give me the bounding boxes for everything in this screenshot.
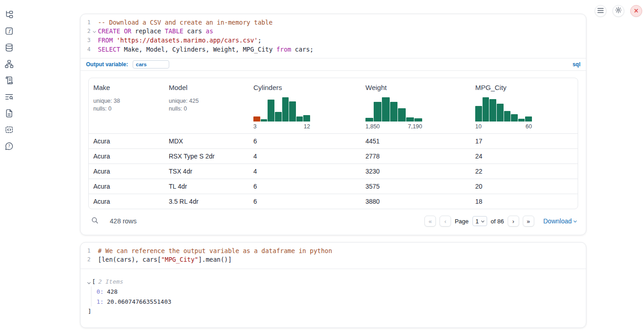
histogram-bar (489, 99, 496, 122)
code-line: 1# We can reference the output variable … (80, 246, 586, 255)
table-cell: Acura (89, 134, 164, 148)
code-line: 2CREATE OR replace TABLE cars as (80, 27, 586, 36)
table-cell: 3575 (361, 179, 471, 194)
histogram-bar (365, 118, 373, 122)
code-line: 3FROM 'https://datasets.marimo.app/cars.… (80, 36, 586, 45)
table-footer: 428 rows « ‹ Page 1 of 86 › » Download (88, 209, 578, 230)
column-stats: unique: 38nulls: 0 (93, 97, 160, 112)
prev-page-button[interactable]: ‹ (440, 216, 451, 227)
page-of-label: of 86 (491, 218, 504, 225)
histogram-bar (398, 108, 406, 122)
column-name: MPG_City (475, 84, 573, 91)
line-number: 3 (80, 37, 91, 43)
text-search-icon[interactable] (5, 92, 14, 101)
tree-entry: 0:428 (97, 286, 580, 296)
column-header-weight[interactable]: Weight1,8507,190 (361, 78, 471, 133)
fold-toggle-icon[interactable] (91, 30, 98, 32)
code-line: 1-- Download a CSV and create an in-memo… (80, 18, 586, 27)
line-number: 4 (80, 46, 91, 53)
code-line: 2[len(cars), cars["MPG_City"].mean()] (80, 255, 586, 264)
tree-entries: 0:4281:20.060747663551403 (91, 286, 580, 307)
language-badge: sql (573, 61, 580, 68)
table-row: Acura3.5 RL 4dr6388018 (89, 194, 578, 209)
histogram-bar (296, 116, 303, 122)
code-snippet-icon[interactable] (5, 125, 14, 134)
tree-collapse-toggle[interactable] (88, 278, 90, 285)
tree-root-row: [ 2 Items (88, 276, 580, 286)
sql-code-editor[interactable]: 1-- Download a CSV and create an in-memo… (80, 14, 586, 58)
histogram-bar (390, 102, 398, 122)
python-output-area: [ 2 Items 0:4281:20.060747663551403 ] (80, 269, 586, 328)
table-row: AcuraTSX 4dr4323022 (89, 164, 578, 179)
table-cell: 24 (471, 149, 578, 164)
histogram-bar (253, 116, 260, 122)
column-name: Cylinders (253, 84, 356, 91)
histogram-bar (525, 116, 532, 122)
table-cell: 6 (249, 194, 361, 209)
column-header-model[interactable]: Modelunique: 425nulls: 0 (164, 78, 249, 133)
svg-text:f: f (8, 28, 11, 34)
output-variable-input[interactable]: cars (133, 60, 169, 69)
table-cell: 4451 (361, 134, 471, 148)
first-page-button[interactable]: « (424, 216, 436, 227)
line-number: 2 (80, 28, 91, 34)
search-icon[interactable] (91, 217, 99, 226)
sidebar: f (5, 10, 15, 151)
network-icon[interactable] (5, 59, 14, 69)
table-cell: 2778 (361, 149, 471, 164)
table-cell: TSX 4dr (164, 164, 249, 179)
table-cell: 22 (471, 164, 578, 179)
histogram-axis-labels: 1060 (475, 123, 532, 130)
histogram-bar (282, 97, 289, 122)
shutdown-button[interactable]: × (630, 5, 642, 17)
histogram-axis-labels: 312 (253, 123, 310, 130)
table-cell: Acura (89, 149, 164, 164)
table-header: Makeunique: 38nulls: 0Modelunique: 425nu… (89, 78, 578, 133)
function-icon[interactable]: f (5, 26, 14, 36)
histogram-bar (374, 102, 381, 122)
pagination: « ‹ Page 1 of 86 › » Download (424, 216, 576, 227)
column-header-make[interactable]: Makeunique: 38nulls: 0 (89, 78, 164, 133)
table-row: AcuraMDX6445117 (89, 133, 578, 148)
table-row: AcuraTL 4dr6357520 (89, 179, 578, 194)
table-cell: MDX (164, 134, 249, 148)
document-icon[interactable] (5, 109, 14, 118)
download-button[interactable]: Download (543, 217, 576, 225)
file-tree-icon[interactable] (5, 10, 14, 19)
sql-cell: 1-- Download a CSV and create an in-memo… (80, 14, 586, 235)
gear-icon (615, 6, 622, 16)
line-number: 2 (80, 256, 91, 263)
histogram-bar (289, 101, 296, 122)
help-icon[interactable]: ? (5, 142, 14, 151)
table-cell: 3880 (361, 194, 471, 209)
python-code-editor[interactable]: 1# We can reference the output variable … (80, 243, 586, 269)
column-name: Make (93, 84, 160, 91)
table-row: AcuraRSX Type S 2dr4277824 (89, 148, 578, 164)
line-number: 1 (80, 19, 91, 26)
settings-button[interactable] (612, 5, 624, 17)
table-cell: Acura (89, 164, 164, 179)
next-page-button[interactable]: › (508, 216, 519, 227)
chevron-down-icon (481, 219, 484, 222)
table-cell: RSX Type S 2dr (164, 149, 249, 164)
column-stats: unique: 425nulls: 0 (169, 97, 244, 112)
close-icon: × (634, 7, 638, 15)
column-header-cylinders[interactable]: Cylinders312 (249, 78, 361, 133)
page-label: Page (455, 218, 468, 225)
page-select[interactable]: 1 (472, 216, 487, 226)
top-toolbar: × (595, 5, 642, 17)
data-table: Makeunique: 38nulls: 0Modelunique: 425nu… (88, 78, 578, 209)
column-header-mpg_city[interactable]: MPG_City1060 (471, 78, 578, 133)
sql-output-area: Makeunique: 38nulls: 0Modelunique: 425nu… (80, 70, 586, 235)
scroll-icon[interactable] (5, 76, 14, 85)
table-cell: TL 4dr (164, 179, 249, 194)
chevron-down-icon (574, 219, 577, 222)
database-icon[interactable] (5, 43, 14, 52)
last-page-button[interactable]: » (523, 216, 534, 227)
histogram-bar (303, 115, 310, 122)
histogram-bar (475, 106, 482, 122)
column-histogram: 1060 (475, 97, 532, 130)
table-body: AcuraMDX6445117AcuraRSX Type S 2dr427782… (89, 133, 578, 209)
menu-button[interactable] (595, 5, 606, 17)
column-name: Model (169, 84, 244, 91)
